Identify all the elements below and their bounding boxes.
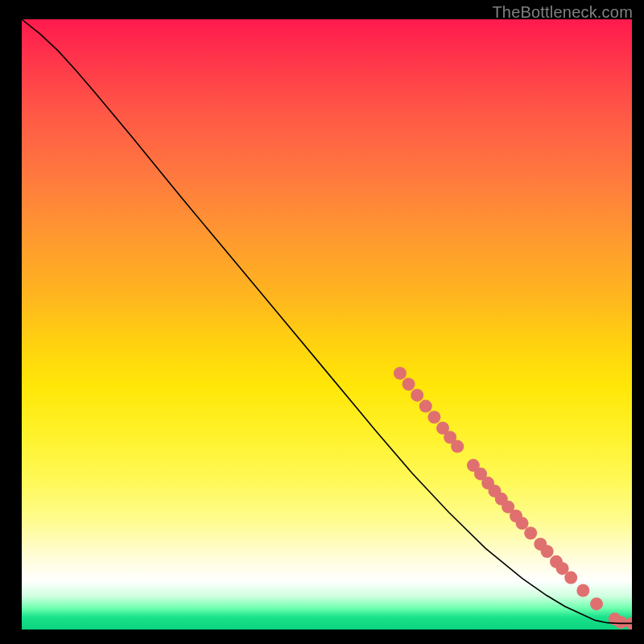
data-marker	[541, 545, 554, 558]
data-marker	[576, 584, 589, 597]
data-marker	[427, 411, 440, 423]
data-marker	[614, 616, 627, 629]
bottleneck-curve	[22, 19, 632, 623]
data-marker	[451, 440, 464, 453]
data-marker	[590, 597, 603, 610]
chart-overlay-svg	[22, 19, 632, 630]
data-marker	[411, 389, 423, 402]
data-marker	[524, 526, 537, 539]
data-marker	[419, 400, 432, 413]
data-marker	[402, 378, 415, 390]
frame-border-left	[0, 0, 22, 644]
frame-border-bottom	[0, 630, 644, 644]
frame-border-right	[632, 0, 644, 644]
watermark-text: TheBottleneck.com	[492, 3, 633, 22]
marker-layer	[394, 367, 638, 630]
chart-stage: TheBottleneck.com	[0, 0, 644, 644]
data-marker	[516, 517, 529, 530]
data-marker	[394, 367, 407, 380]
data-marker	[564, 572, 577, 584]
